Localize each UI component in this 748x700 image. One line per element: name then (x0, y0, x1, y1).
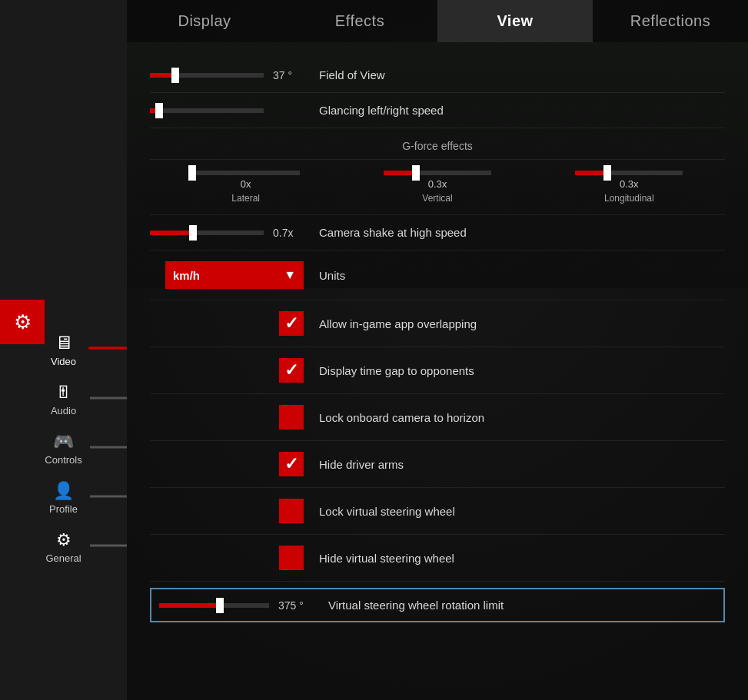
sidebar-item-general[interactable]: ⚙ General (0, 521, 127, 570)
allow-overlapping-checkbox-area: ✓ (150, 311, 319, 336)
general-bar (90, 545, 127, 547)
gforce-longitudinal: 0.3x Longitudinal (534, 171, 725, 204)
camera-shake-row: 0.7x Camera shake at high speed (150, 215, 725, 250)
lock-camera-checkbox-area (150, 405, 319, 430)
field-of-view-track[interactable] (150, 73, 264, 78)
hide-driver-arms-label: Hide driver arms (319, 458, 725, 471)
hide-driver-arms-row: ✓ Hide driver arms (150, 441, 725, 488)
hide-steering-wheel-row: Hide virtual steering wheel (150, 535, 725, 582)
lateral-thumb[interactable] (188, 165, 196, 181)
steering-rotation-fill (159, 603, 220, 608)
camera-shake-thumb[interactable] (189, 225, 197, 241)
longitudinal-fill (575, 171, 607, 175)
steering-rotation-slider-container: 375 ° (159, 599, 328, 612)
camera-shake-slider-container: 0.7x (150, 227, 319, 239)
units-row: km/h ▼ Units (150, 250, 725, 300)
lock-steering-wheel-checkbox[interactable] (279, 499, 304, 523)
top-nav: Display Effects View Reflections (127, 0, 748, 42)
longitudinal-label: Longitudinal (604, 193, 654, 204)
longitudinal-value: 0.3x (620, 178, 639, 190)
gforce-vertical: 0.3x Vertical (341, 171, 533, 204)
vertical-track[interactable] (384, 171, 491, 175)
vertical-value: 0.3x (428, 178, 447, 190)
profile-bar (90, 496, 127, 498)
camera-shake-track[interactable] (150, 231, 264, 235)
lock-steering-wheel-checkbox-area (150, 499, 319, 523)
tab-view[interactable]: View (437, 0, 593, 42)
sidebar-item-profile[interactable]: 👤 Profile (0, 472, 127, 521)
sidebar-item-controls[interactable]: 🎮 Controls (0, 423, 127, 472)
field-of-view-thumb[interactable] (171, 68, 179, 83)
hide-steering-wheel-label: Hide virtual steering wheel (319, 552, 725, 565)
steering-rotation-thumb[interactable] (216, 598, 224, 613)
gear-icon: ⚙ (14, 310, 32, 334)
gear-button[interactable]: ⚙ (0, 300, 45, 344)
audio-icon: 🎚 (55, 383, 72, 403)
profile-icon: 👤 (53, 481, 74, 501)
display-time-gap-label: Display time gap to opponents (319, 364, 725, 377)
lock-steering-wheel-label: Lock virtual steering wheel (319, 505, 725, 518)
sidebar: ⚙ 🖥 Video 🎚 Audio 🎮 Controls 👤 Profile (0, 0, 127, 700)
lock-camera-checkbox[interactable] (279, 405, 304, 430)
settings-area: 37 ° Field of View Glancing left/right s… (127, 42, 748, 700)
glancing-speed-label: Glancing left/right speed (319, 104, 725, 117)
sidebar-item-controls-label: Controls (45, 454, 81, 466)
lateral-label: Lateral (231, 193, 260, 204)
controls-bar (90, 446, 127, 449)
gforce-title-row: G-force effects (150, 128, 725, 160)
units-value: km/h (173, 269, 200, 282)
general-icon: ⚙ (56, 530, 71, 550)
steering-rotation-label: Virtual steering wheel rotation limit (328, 599, 716, 612)
checkmark-icon-2: ✓ (284, 360, 298, 380)
units-label: Units (319, 269, 725, 282)
longitudinal-thumb[interactable] (603, 165, 611, 181)
longitudinal-track[interactable] (575, 171, 683, 175)
hide-driver-arms-checkbox-area: ✓ (150, 452, 319, 476)
lateral-track[interactable] (192, 171, 300, 175)
sidebar-item-audio-label: Audio (51, 405, 76, 416)
sidebar-item-audio[interactable]: 🎚 Audio (0, 373, 127, 423)
camera-shake-fill (150, 231, 193, 235)
steering-rotation-limit-row: 375 ° Virtual steering wheel rotation li… (150, 588, 725, 622)
camera-shake-label: Camera shake at high speed (319, 226, 725, 239)
tab-reflections[interactable]: Reflections (593, 0, 748, 42)
vertical-thumb[interactable] (412, 165, 420, 181)
units-dropdown[interactable]: km/h ▼ (165, 261, 304, 289)
dropdown-chevron-icon: ▼ (284, 268, 296, 282)
field-of-view-value: 37 ° (273, 69, 304, 81)
active-indicator (90, 347, 127, 350)
allow-overlapping-row: ✓ Allow in-game app overlapping (150, 300, 725, 347)
sidebar-item-general-label: General (45, 552, 81, 564)
field-of-view-label: Field of View (319, 68, 725, 81)
lock-steering-wheel-row: Lock virtual steering wheel (150, 488, 725, 535)
display-time-gap-checkbox-area: ✓ (150, 358, 319, 383)
tab-display[interactable]: Display (127, 0, 282, 42)
main-content: 37 ° Field of View Glancing left/right s… (127, 42, 748, 700)
gforce-lateral: 0x Lateral (150, 171, 341, 204)
sidebar-item-profile-label: Profile (49, 503, 78, 515)
tab-effects[interactable]: Effects (282, 0, 437, 42)
checkmark-icon: ✓ (284, 314, 298, 333)
hide-steering-wheel-checkbox-area (150, 546, 319, 570)
lock-camera-row: Lock onboard camera to horizon (150, 394, 725, 441)
camera-shake-value: 0.7x (273, 227, 304, 239)
hide-driver-arms-checkbox[interactable]: ✓ (279, 452, 304, 476)
display-time-gap-checkbox[interactable]: ✓ (279, 358, 304, 383)
allow-overlapping-label: Allow in-game app overlapping (319, 317, 725, 330)
steering-rotation-track[interactable] (159, 603, 269, 608)
steering-rotation-value: 375 ° (278, 599, 313, 612)
lateral-value: 0x (241, 178, 251, 190)
allow-overlapping-checkbox[interactable]: ✓ (279, 311, 304, 336)
sidebar-item-video-label: Video (51, 356, 76, 367)
field-of-view-row: 37 ° Field of View (150, 58, 725, 93)
checkmark-icon-3: ✓ (284, 454, 298, 474)
audio-bar (90, 397, 127, 400)
units-dropdown-area: km/h ▼ (150, 261, 319, 289)
display-time-gap-row: ✓ Display time gap to opponents (150, 347, 725, 394)
hide-steering-wheel-checkbox[interactable] (279, 546, 304, 570)
vertical-fill (384, 171, 416, 175)
gforce-row: 0x Lateral 0.3x Vertical 0.3x Longitud (150, 160, 725, 215)
field-of-view-slider-container: 37 ° (150, 69, 319, 81)
glancing-speed-thumb[interactable] (155, 103, 163, 118)
glancing-speed-track[interactable] (150, 108, 264, 113)
